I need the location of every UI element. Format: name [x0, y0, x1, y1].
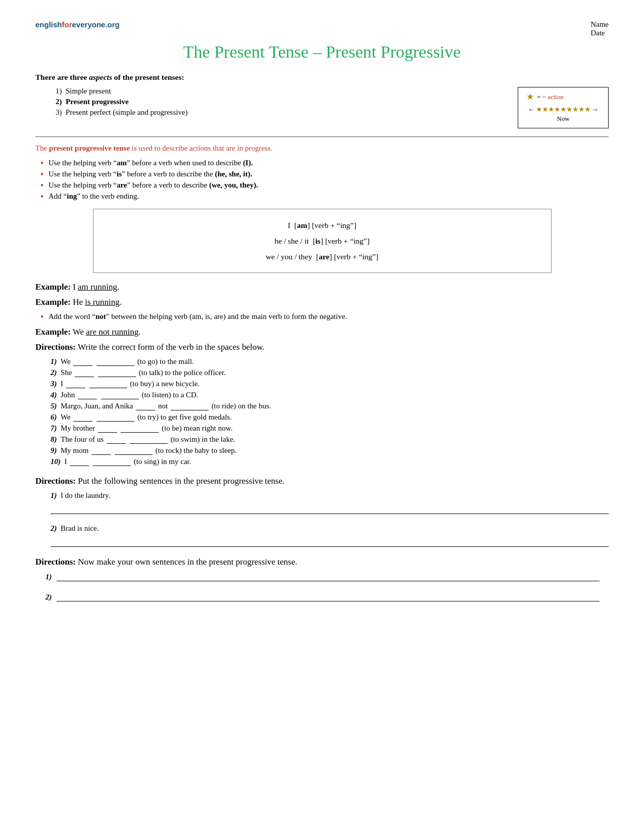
example-3: Example: We are not running. — [35, 327, 609, 337]
ex1-item-6: 6) We (to try) to get five gold medals. — [51, 413, 609, 422]
diagram-box: ★ = = action ← ★★★★★★★★★ → Now — [518, 87, 609, 128]
ex1-item-2: 2) She (to talk) to the police officer. — [51, 368, 609, 377]
formula-1: I [am] [verb + “ing”] — [114, 217, 531, 233]
timeline-row: ← ★★★★★★★★★ → — [526, 105, 600, 114]
star-eq: = = action — [537, 93, 564, 101]
ex3-item-1: 1) — [45, 572, 609, 581]
directions-1: Directions: Write the correct form of th… — [35, 342, 609, 352]
date-line: Date — [590, 29, 609, 37]
ex1-item-7: 7) My brother (to be) mean right now. — [51, 424, 609, 433]
ex1-item-4: 4) John (to listen) to a CD. — [51, 391, 609, 399]
ex1-item-9: 9) My mom (to rock) the baby to sleep. — [51, 446, 609, 455]
star-label: ★ = = action — [526, 91, 600, 102]
page-title: The Present Tense – Present Progressive — [35, 42, 609, 62]
answer-line-1[interactable] — [51, 504, 609, 514]
own-sentence-line-2[interactable] — [57, 592, 600, 601]
stars-line: ★★★★★★★★★ — [536, 105, 590, 114]
ex1-item-1: 1) We (to go) to the mall. — [51, 357, 609, 366]
rule-1: Use the helping verb “am” before a verb … — [40, 159, 609, 167]
intro-text: There are three aspects of the present t… — [35, 73, 609, 82]
site-name-for: for — [62, 20, 72, 29]
name-date-block: Name Date — [590, 20, 609, 37]
exercise-list-3: 1) 2) — [35, 572, 609, 601]
ex2-item-1: 1) I do the laundry. — [51, 491, 609, 514]
rule-4: Add “ing” to the verb ending. — [40, 192, 609, 201]
formula-3: we / you / they [are] [verb + “ing”] — [114, 249, 531, 264]
rule-2: Use the helping verb “is” before a verb … — [40, 170, 609, 178]
example-2: Example: He is running. — [35, 297, 609, 307]
formula-box: I [am] [verb + “ing”] he / she / it [is]… — [93, 209, 552, 273]
rule-3: Use the helping verb “are” before a verb… — [40, 181, 609, 190]
ex1-item-10: 10) I (to sing) in my car. — [51, 457, 609, 466]
aspect-3: 3) Present perfect (simple and progressi… — [56, 108, 188, 117]
ex1-item-5: 5) Margo, Juan, and Anika not (to ride) … — [51, 402, 609, 410]
aspect-2: 2) Present progressive — [56, 98, 188, 106]
ex1-item-3: 3) I (to buy) a new bicycle. — [51, 380, 609, 388]
now-label: Now — [526, 115, 600, 123]
directions-3: Directions: Now make your own sentences … — [35, 557, 609, 567]
aspects-list: 1) Simple present 2) Present progressive… — [35, 87, 188, 121]
formula-2: he / she / it [is] [verb + “ing”] — [114, 233, 531, 249]
tense-description: The present progressive tense is used to… — [35, 144, 609, 153]
aspect-1: 1) Simple present — [56, 87, 188, 96]
ex2-item-2: 2) Brad is nice. — [51, 524, 609, 547]
neg-rule: Add the word “not” between the helping v… — [35, 312, 609, 321]
action-word: = action — [542, 93, 564, 101]
answer-line-2[interactable] — [51, 537, 609, 547]
neg-rule-item: Add the word “not” between the helping v… — [40, 312, 609, 321]
ex3-item-2: 2) — [45, 592, 609, 601]
own-sentence-line-1[interactable] — [57, 572, 600, 581]
star-icon: ★ — [526, 91, 534, 102]
ex1-item-8: 8) The four of us (to swim) in the lake. — [51, 435, 609, 444]
exercise-list-2: 1) I do the laundry. 2) Brad is nice. — [35, 491, 609, 547]
example-1: Example: I am running. — [35, 282, 609, 292]
arrow-right-icon: → — [591, 106, 599, 114]
aspects-section: 1) Simple present 2) Present progressive… — [35, 87, 609, 128]
page-header: englishforeveryone.org Name Date — [35, 20, 609, 37]
arrow-left-icon: ← — [528, 106, 535, 114]
directions-2: Directions: Put the following sentences … — [35, 476, 609, 486]
site-name: englishforeveryone.org — [35, 20, 120, 29]
name-line: Name — [590, 20, 609, 29]
rules-list: Use the helping verb “am” before a verb … — [35, 159, 609, 201]
exercise-list-1: 1) We (to go) to the mall. 2) She (to ta… — [35, 357, 609, 466]
section-divider — [35, 136, 609, 137]
